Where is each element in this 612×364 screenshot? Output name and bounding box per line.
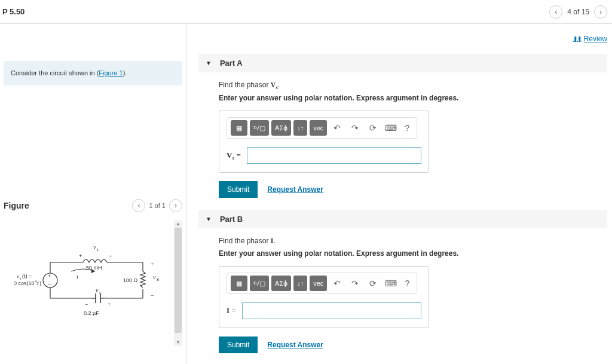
svg-text:i: i [76,274,78,280]
part-b-instruction1: Find the phasor I. [219,237,607,246]
svg-text:+: + [151,261,154,267]
sqrt-button[interactable]: ᵡ√▢ [250,276,269,291]
part-b-toolbar: ▦ ᵡ√▢ ΑΣϕ ↓↑ vec ↶ ↷ ⟳ ⌨ ? [227,273,417,294]
prompt-text-prefix: Consider the circuit shown in ( [11,69,99,77]
greek-button[interactable]: ΑΣϕ [271,120,291,136]
keyboard-button[interactable]: ⌨ [383,120,399,136]
svg-text:−: − [151,292,154,298]
right-column: Review ▼ Part A Find the phasor Vs. Ente… [186,24,612,364]
scroll-thumb[interactable] [175,228,182,333]
figure-area: ▲ ▼ [4,221,182,346]
part-a-instruction1: Find the phasor Vs. [219,81,607,90]
part-b-answer-box: ▦ ᵡ√▢ ΑΣϕ ↓↑ vec ↶ ↷ ⟳ ⌨ ? I = [219,266,429,328]
svg-text:−: − [109,253,112,259]
svg-text:): ) [39,280,41,286]
part-a-toolbar: ▦ ᵡ√▢ ΑΣϕ ↓↑ vec ↶ ↷ ⟳ ⌨ ? [227,117,417,139]
figure-position: 1 of 1 [149,202,166,209]
part-a-answer-box: ▦ ᵡ√▢ ΑΣϕ ↓↑ vec ↶ ↷ ⟳ ⌨ ? Vs = [219,111,429,173]
caret-down-icon: ▼ [206,216,212,222]
svg-text:0.2 µF: 0.2 µF [84,310,99,316]
svg-text:−: − [48,282,51,287]
problem-position: 4 of 15 [567,8,589,16]
arrows-button[interactable]: ↓↑ [293,276,307,291]
svg-text:100 Ω: 100 Ω [123,277,138,283]
figure-link[interactable]: Figure 1 [99,69,123,77]
prev-figure-button[interactable]: ‹ [132,199,145,212]
part-b-request-answer-link[interactable]: Request Answer [267,341,323,349]
svg-text:R: R [156,277,160,282]
svg-text:v: v [17,273,19,279]
undo-button[interactable]: ↶ [329,276,345,291]
vec-button[interactable]: vec [310,276,327,291]
arrows-button[interactable]: ↓↑ [293,120,307,136]
svg-text:v: v [96,287,99,293]
scroll-up-arrow[interactable]: ▲ [174,221,182,228]
svg-text:10 cos(10: 10 cos(10 [14,280,35,286]
left-column: Consider the circuit shown in (Figure 1)… [0,24,186,364]
redo-button[interactable]: ↷ [347,276,363,291]
review-link[interactable]: Review [573,35,607,43]
circuit-diagram: + − vL + − 50 mH i 100 Ω vR + − vC − + 0… [14,238,164,328]
reset-button[interactable]: ⟳ [365,276,381,291]
part-b-title: Part B [220,215,243,224]
prev-problem-button[interactable]: ‹ [549,5,562,19]
part-a: ▼ Part A Find the phasor Vs. Enter your … [198,54,607,198]
part-b-submit-button[interactable]: Submit [219,337,258,353]
figure-scrollbar[interactable]: ▲ ▼ [174,221,182,346]
vec-button[interactable]: vec [310,120,327,136]
template-button[interactable]: ▦ [231,120,247,136]
prompt-text-suffix: ). [123,69,127,77]
next-figure-button[interactable]: › [169,199,182,212]
greek-button[interactable]: ΑΣϕ [271,276,291,291]
redo-button[interactable]: ↷ [347,120,363,136]
svg-text:+: + [48,273,51,279]
svg-text:50 mH: 50 mH [86,265,102,271]
problem-nav: ‹ 4 of 15 › [549,5,607,19]
part-a-instruction2: Enter your answer using polar notation. … [219,94,607,102]
caret-down-icon: ▼ [206,60,212,66]
undo-button[interactable]: ↶ [329,120,345,136]
scroll-down-arrow[interactable]: ▼ [174,339,182,346]
svg-text:+: + [108,301,111,307]
figure-header: Figure ‹ 1 of 1 › [0,199,186,212]
figure-title: Figure [4,201,29,210]
svg-text:−: − [85,301,88,307]
sqrt-button[interactable]: ᵡ√▢ [250,120,269,136]
help-button[interactable]: ? [401,276,413,291]
part-a-answer-input[interactable] [247,147,421,164]
svg-text:v: v [153,274,156,280]
part-b-answer-label: I = [227,306,236,316]
svg-text:v: v [93,244,96,250]
part-b-answer-input[interactable] [242,302,421,319]
svg-text:+: + [79,253,82,259]
figure-nav: ‹ 1 of 1 › [132,199,182,212]
part-a-request-answer-link[interactable]: Request Answer [267,185,323,194]
svg-text:(t) =: (t) = [22,273,32,279]
part-a-submit-button[interactable]: Submit [219,181,258,198]
keyboard-button[interactable]: ⌨ [383,276,399,291]
svg-text:C: C [99,290,102,295]
part-b-header[interactable]: ▼ Part B [198,210,607,228]
top-bar: P 5.50 ‹ 4 of 15 › [0,0,612,24]
help-button[interactable]: ? [401,120,413,136]
part-b: ▼ Part B Find the phasor I. Enter your a… [198,210,607,353]
next-problem-button[interactable]: › [594,5,607,19]
template-button[interactable]: ▦ [231,276,247,291]
reset-button[interactable]: ⟳ [365,120,381,136]
problem-number: P 5.50 [2,7,25,16]
prompt-box: Consider the circuit shown in (Figure 1)… [4,61,182,85]
part-b-instruction2: Enter your answer using polar notation. … [219,249,607,258]
part-a-answer-label: Vs = [227,151,241,161]
part-a-header[interactable]: ▼ Part A [198,54,607,72]
svg-text:L: L [96,247,99,252]
svg-text:t: t [37,280,39,286]
part-a-title: Part A [220,59,243,68]
